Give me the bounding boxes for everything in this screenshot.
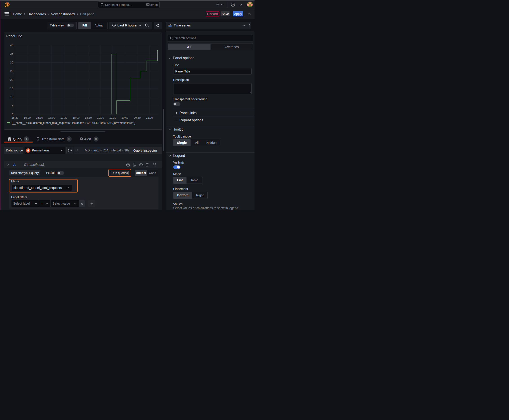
- svg-text:20: 20: [10, 78, 14, 81]
- svg-text:18:30: 18:30: [85, 116, 92, 119]
- svg-text:40: 40: [10, 44, 14, 47]
- svg-text:17:30: 17:30: [60, 116, 67, 119]
- svg-text:{__name__="cloudflared_tunnel_: {__name__="cloudflared_tunnel_total_requ…: [12, 121, 135, 124]
- svg-text:19:00: 19:00: [97, 116, 104, 119]
- svg-text:25: 25: [10, 69, 14, 73]
- svg-text:18:00: 18:00: [73, 116, 80, 119]
- svg-text:21:00: 21:00: [146, 116, 153, 119]
- svg-text:5: 5: [12, 104, 13, 107]
- svg-text:?: ?: [232, 3, 234, 6]
- svg-text:30: 30: [10, 61, 14, 64]
- svg-text:?: ?: [69, 149, 70, 152]
- svg-text:0: 0: [12, 113, 13, 116]
- svg-text:10: 10: [10, 95, 14, 98]
- svg-text:15: 15: [10, 87, 14, 90]
- svg-text:20:00: 20:00: [122, 116, 129, 119]
- svg-text:20:30: 20:30: [134, 116, 141, 119]
- svg-text:17:00: 17:00: [48, 116, 55, 119]
- svg-text:16:30: 16:30: [36, 116, 43, 119]
- svg-text:?: ?: [127, 164, 129, 166]
- svg-text:15:30: 15:30: [12, 116, 19, 119]
- svg-text:16:00: 16:00: [24, 116, 31, 119]
- svg-text:19:30: 19:30: [109, 116, 116, 119]
- svg-text:35: 35: [10, 52, 14, 55]
